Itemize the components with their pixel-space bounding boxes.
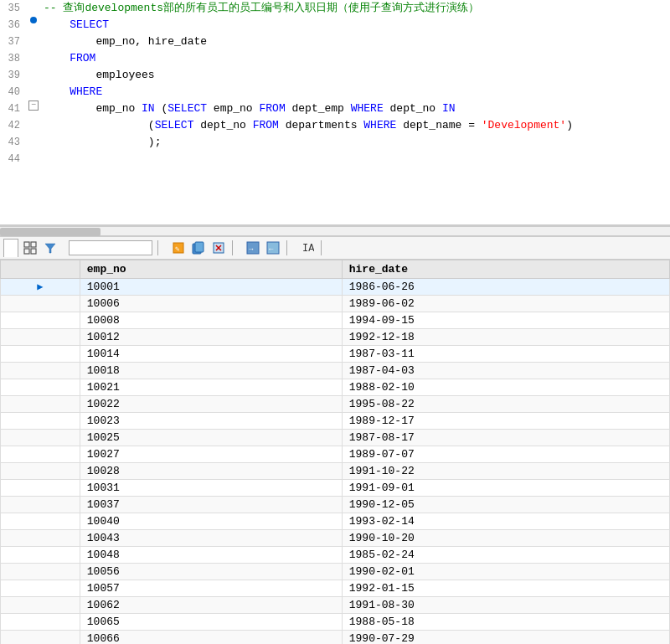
table-row[interactable]: 100621991-08-30 [1, 597, 670, 614]
grid-icon[interactable] [22, 240, 39, 256]
table-row[interactable]: 100181987-04-03 [1, 363, 670, 379]
table-row[interactable]: 100081994-09-15 [1, 312, 670, 329]
cell-hire-date: 1988-02-10 [342, 379, 669, 396]
cell-emp-no: 10008 [80, 312, 342, 329]
edit-icon-3[interactable] [210, 240, 227, 256]
code-token: ) [566, 119, 573, 131]
table-row[interactable]: 100281991-10-22 [1, 463, 670, 480]
code-token [44, 136, 148, 148]
cell-hire-date: 1992-12-18 [342, 329, 669, 346]
code-token: employees [95, 69, 154, 81]
code-token [44, 85, 70, 98]
scrollbar-thumb [0, 228, 100, 236]
row-indicator [1, 480, 80, 497]
code-token: SELECT [168, 102, 207, 115]
line-number: 36 [0, 17, 27, 33]
code-token: dept_name = [396, 119, 481, 131]
row-indicator-header [1, 260, 80, 279]
table-row[interactable]: 100251987-08-17 [1, 430, 670, 446]
code-token [44, 69, 95, 81]
code-line: 41− emp_no IN (SELECT emp_no FROM dept_e… [0, 100, 670, 117]
edit-icon-2[interactable] [190, 240, 207, 256]
cell-hire-date: 1991-08-30 [342, 597, 669, 614]
code-token: emp_no, hire_date [95, 35, 207, 48]
cell-emp-no: 10014 [80, 346, 342, 363]
svg-rect-0 [24, 242, 29, 247]
separator-4 [321, 240, 322, 255]
code-editor: 35-- 查询developments部的所有员工的员工编号和入职日期（使用子查… [0, 0, 670, 226]
edit-icon-1[interactable]: ✎ [170, 240, 187, 256]
table-row[interactable]: 100141987-03-11 [1, 346, 670, 363]
table-row[interactable]: 100271989-07-07 [1, 446, 670, 463]
code-token: SELECT [155, 119, 194, 131]
table-row[interactable]: 100121992-12-18 [1, 329, 670, 346]
result-toolbar: ✎ → ← IA [0, 236, 670, 260]
line-content: WHERE [40, 84, 670, 100]
code-token: IN [142, 102, 155, 115]
table-row[interactable]: 100401993-02-14 [1, 513, 670, 530]
table-row[interactable]: 100221995-08-22 [1, 396, 670, 413]
table-row[interactable]: 100211988-02-10 [1, 379, 670, 396]
wrap-icon[interactable]: IA [299, 240, 316, 256]
code-token: departments [279, 119, 363, 131]
svg-text:✎: ✎ [175, 245, 180, 254]
code-line: 40 WHERE [0, 84, 670, 100]
code-token: -- 查询developments部的所有员工的员工编号和入职日期（使用子查询方… [44, 2, 479, 14]
line-number: 37 [0, 33, 27, 50]
code-token: FROM [70, 52, 95, 64]
table-row[interactable]: 100661990-07-29 [1, 631, 670, 645]
row-indicator [1, 497, 80, 513]
svg-rect-8 [195, 242, 204, 252]
import-icon[interactable]: ← [265, 240, 281, 256]
row-indicator [1, 363, 80, 379]
horizontal-scrollbar[interactable] [0, 226, 670, 236]
code-token: SELECT [70, 18, 109, 31]
svg-rect-2 [24, 249, 29, 254]
code-token [44, 102, 95, 115]
table-row[interactable]: 100061989-06-02 [1, 296, 670, 312]
line-content: -- 查询developments部的所有员工的员工编号和入职日期（使用子查询方… [40, 0, 670, 17]
code-token: ( [148, 119, 155, 131]
code-token [44, 18, 70, 31]
cell-emp-no: 10062 [80, 597, 342, 614]
cell-hire-date: 1987-08-17 [342, 430, 669, 446]
table-row[interactable]: 100571992-01-15 [1, 580, 670, 597]
cell-emp-no: 10056 [80, 564, 342, 580]
export-icon[interactable]: → [245, 240, 261, 256]
table-row[interactable]: 100651988-05-18 [1, 614, 670, 631]
table-row[interactable]: 100231989-12-17 [1, 413, 670, 430]
row-indicator [1, 463, 80, 480]
table-row[interactable]: 100311991-09-01 [1, 480, 670, 497]
code-line: 38 FROM [0, 50, 670, 67]
breakpoint-dot [30, 17, 37, 23]
table-row[interactable]: 100481985-02-24 [1, 547, 670, 564]
code-line: 37 emp_no, hire_date [0, 33, 670, 50]
filter-rows-input[interactable] [69, 240, 152, 255]
cell-emp-no: 10022 [80, 396, 342, 413]
filter-icon[interactable] [42, 240, 59, 256]
row-indicator [1, 580, 80, 597]
cell-emp-no: 10031 [80, 480, 342, 497]
line-number: 35 [0, 0, 27, 17]
table-row[interactable]: 100561990-02-01 [1, 564, 670, 580]
col-header-emp-no: emp_no [80, 260, 342, 279]
code-token: FROM [253, 119, 279, 131]
cell-emp-no: 10021 [80, 379, 342, 396]
line-number: 39 [0, 67, 27, 84]
row-indicator [1, 513, 80, 530]
cell-hire-date: 1989-12-17 [342, 413, 669, 430]
cell-emp-no: 10018 [80, 363, 342, 379]
code-token [44, 52, 70, 64]
cell-emp-no: 10066 [80, 631, 342, 645]
table-row[interactable]: 100371990-12-05 [1, 497, 670, 513]
table-row[interactable]: ▶100011986-06-26 [1, 279, 670, 296]
row-indicator: ▶ [1, 279, 80, 296]
collapse-icon[interactable]: − [28, 100, 39, 111]
line-indicator [27, 17, 40, 23]
table-row[interactable]: 100431990-10-20 [1, 530, 670, 547]
tab-result-grid[interactable] [3, 239, 18, 257]
cell-emp-no: 10006 [80, 296, 342, 312]
col-header-hire-date: hire_date [342, 260, 669, 279]
cell-emp-no: 10048 [80, 547, 342, 564]
line-content: ); [40, 134, 670, 151]
